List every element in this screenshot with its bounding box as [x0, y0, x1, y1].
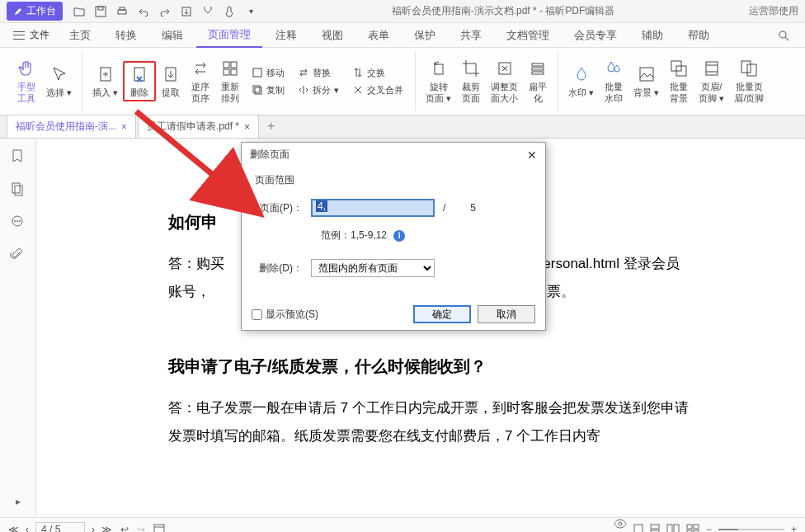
extract-button[interactable]: 提取: [156, 63, 186, 100]
batch-header-footer-label: 批量页 眉/页脚: [734, 82, 764, 103]
menu-protect[interactable]: 保护: [402, 24, 447, 47]
batch-background-button[interactable]: 批量 背景: [664, 57, 694, 105]
zoom-slider[interactable]: [718, 529, 784, 530]
menu-page-manage[interactable]: 页面管理: [196, 23, 262, 48]
svg-rect-51: [694, 525, 699, 529]
facing-continuous-icon[interactable]: [686, 524, 699, 533]
ok-button[interactable]: 确定: [413, 305, 471, 323]
zoom-in-icon[interactable]: +: [791, 524, 797, 533]
resize-button[interactable]: 调整页 面大小: [486, 57, 523, 105]
batch-watermark-button[interactable]: 批量 水印: [599, 57, 628, 105]
background-button[interactable]: 背景 ▾: [628, 63, 664, 100]
watermark-button[interactable]: 水印 ▾: [563, 63, 599, 100]
last-page-button[interactable]: ≫: [101, 524, 112, 533]
reverse-button[interactable]: 逆序 页序: [186, 57, 215, 105]
next-page-button[interactable]: ›: [92, 524, 95, 533]
single-page-icon[interactable]: [633, 524, 643, 533]
bookmark-icon[interactable]: [10, 148, 26, 165]
replace-button[interactable]: 替换: [294, 65, 342, 81]
dialog-close-button[interactable]: ✕: [527, 148, 537, 162]
workspace-button[interactable]: 工作台: [7, 2, 63, 21]
zoom-out-icon[interactable]: −: [706, 524, 712, 533]
attachment-icon[interactable]: [10, 247, 26, 264]
select-button[interactable]: 选择 ▾: [41, 63, 77, 100]
svg-rect-50: [687, 525, 692, 529]
split-icon: [298, 84, 309, 96]
delete-button[interactable]: 删除: [123, 61, 156, 101]
header-footer-icon: [702, 59, 722, 78]
swap-button[interactable]: 交换: [349, 65, 407, 81]
redo-icon[interactable]: [158, 5, 172, 18]
touch-icon[interactable]: [223, 5, 236, 18]
facing-icon[interactable]: [666, 524, 680, 533]
nav-back-icon[interactable]: ↩: [120, 524, 129, 533]
show-preview-checkbox-row[interactable]: 显示预览(S): [252, 308, 318, 322]
document-tabs: 福昕会员使用指南-演...× 员工请假申请表.pdf *× +: [0, 115, 805, 139]
background-label: 背景 ▾: [633, 87, 659, 98]
expand-sidebar-icon[interactable]: ▸: [16, 496, 21, 507]
rotate-button[interactable]: 旋转 页面 ▾: [421, 57, 456, 105]
save-icon[interactable]: [94, 5, 107, 18]
menu-convert[interactable]: 转换: [104, 24, 148, 47]
insert-button[interactable]: 插入 ▾: [87, 63, 123, 100]
add-tab-button[interactable]: +: [261, 115, 281, 138]
tool-icon[interactable]: [201, 5, 214, 18]
export-icon[interactable]: [180, 5, 193, 18]
swap-icon: [352, 67, 364, 78]
flatten-label: 扁平 化: [529, 82, 547, 103]
cancel-button[interactable]: 取消: [478, 305, 535, 323]
batch-watermark-label: 批量 水印: [605, 82, 623, 103]
menu-home[interactable]: 主页: [58, 24, 102, 47]
svg-point-38: [14, 220, 16, 222]
menu-share[interactable]: 共享: [449, 24, 493, 47]
show-preview-checkbox[interactable]: [252, 309, 262, 320]
doc-tab-1[interactable]: 福昕会员使用指南-演...×: [7, 115, 136, 138]
svg-rect-18: [253, 68, 261, 77]
first-page-button[interactable]: ≪: [8, 524, 19, 533]
move-button[interactable]: 移动: [248, 65, 288, 81]
svg-rect-34: [747, 64, 756, 76]
doc-tab-2[interactable]: 员工请假申请表.pdf *×: [138, 115, 259, 138]
hand-tool-button[interactable]: 手型 工具: [12, 57, 41, 105]
menu-help[interactable]: 帮助: [676, 24, 721, 47]
nav-forward-icon[interactable]: ↪: [137, 524, 145, 533]
menu-search-icon[interactable]: [769, 29, 798, 42]
continuous-icon[interactable]: [650, 524, 660, 533]
page-range-input[interactable]: 4,: [311, 199, 435, 217]
flatten-button[interactable]: 扁平 化: [523, 57, 553, 105]
delete-scope-select[interactable]: 范围内的所有页面: [311, 259, 435, 277]
dropdown-icon[interactable]: ▾: [244, 5, 257, 18]
open-icon[interactable]: [73, 5, 86, 18]
menu-assist[interactable]: 辅助: [630, 24, 675, 47]
menu-comment[interactable]: 注释: [264, 24, 308, 47]
menu-doc-manage[interactable]: 文档管理: [495, 24, 561, 47]
pages-icon[interactable]: [10, 181, 26, 198]
close-icon[interactable]: ×: [244, 121, 250, 133]
comment-icon[interactable]: [10, 214, 26, 231]
page-indicator[interactable]: 4 / 5: [35, 522, 85, 533]
crop-button[interactable]: 裁剪 页面: [456, 57, 486, 105]
print-icon[interactable]: [115, 5, 129, 18]
dialog-section-label: 页面范围: [255, 173, 532, 187]
batch-header-footer-button[interactable]: 批量页 眉/页脚: [729, 57, 769, 105]
split-button[interactable]: 拆分 ▾: [294, 82, 342, 98]
menu-view[interactable]: 视图: [310, 24, 355, 47]
layout-icon[interactable]: [153, 524, 165, 533]
menu-edit[interactable]: 编辑: [150, 24, 195, 47]
menu-member[interactable]: 会员专享: [563, 24, 628, 47]
crop-label: 裁剪 页面: [462, 82, 480, 103]
undo-icon[interactable]: [137, 5, 150, 18]
header-footer-button[interactable]: 页眉/ 页脚 ▾: [694, 57, 729, 105]
file-menu[interactable]: 文件: [7, 28, 56, 42]
info-icon[interactable]: i: [393, 230, 405, 242]
eye-icon[interactable]: ▾: [614, 519, 627, 533]
page-slash: /: [443, 202, 445, 214]
background-icon: [637, 64, 657, 84]
rearrange-button[interactable]: 重新 排列: [215, 57, 245, 105]
close-icon[interactable]: ×: [121, 121, 127, 133]
copy-button[interactable]: 复制: [248, 82, 288, 98]
delete-field-label: 删除(D)：: [255, 261, 303, 275]
merge-button[interactable]: 交叉合并: [349, 82, 407, 98]
prev-page-button[interactable]: ‹: [26, 524, 29, 533]
menu-form[interactable]: 表单: [356, 24, 401, 47]
